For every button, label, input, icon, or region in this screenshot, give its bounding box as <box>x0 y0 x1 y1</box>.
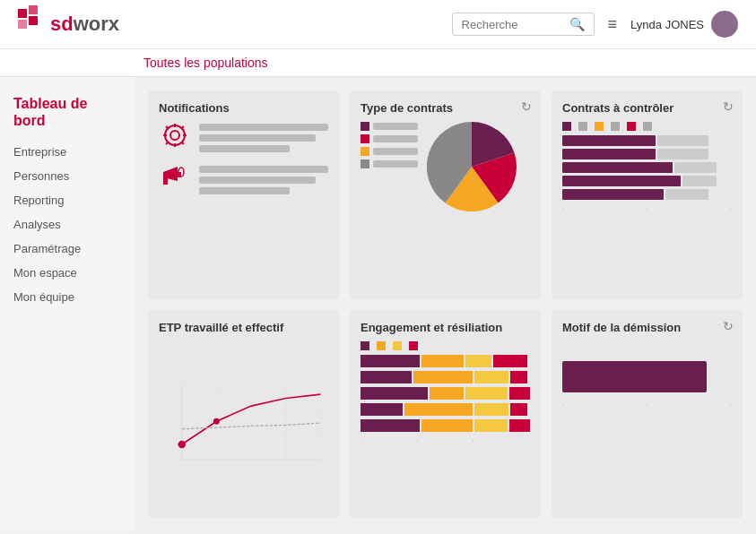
refresh-icon-demission[interactable]: ↻ <box>723 319 734 333</box>
legend-box <box>611 122 620 131</box>
axis-label: . <box>361 435 362 444</box>
svg-point-4 <box>170 131 179 140</box>
legend-label-1 <box>562 122 573 131</box>
legend-line <box>373 123 418 130</box>
legend-item <box>361 147 418 156</box>
card-contrats-controle: Contrats à contrôler ↻ <box>552 90 743 299</box>
eng-bar <box>510 403 527 416</box>
pie-legend <box>361 122 418 168</box>
eng-bar <box>430 387 464 400</box>
sidebar-item-parametrage[interactable]: Paramétrage <box>13 237 121 261</box>
axis-label: . <box>562 400 564 408</box>
population-label: Toutes les populations <box>143 56 268 70</box>
axis-label: . <box>416 435 418 444</box>
refresh-icon-contrats[interactable]: ↻ <box>521 99 532 114</box>
svg-point-28 <box>213 418 220 424</box>
notif-row-2 <box>159 165 328 195</box>
engagement-legend <box>361 341 530 350</box>
content-grid: Notifications <box>135 77 756 531</box>
engagement-chart <box>361 355 530 432</box>
card-type-contrats: Type de contrats ↻ <box>350 90 541 299</box>
menu-icon[interactable]: ≡ <box>608 15 618 34</box>
search-bar[interactable]: 🔍 <box>452 13 595 36</box>
eng-bar <box>474 371 508 383</box>
axis-label: . <box>473 435 474 444</box>
card-type-contrats-title: Type de contrats <box>361 101 530 115</box>
sidebar-item-mon-espace[interactable]: Mon espace <box>13 261 121 285</box>
legend-color-2 <box>361 134 369 143</box>
eng-bar <box>510 371 527 383</box>
card-contrats-controle-title: Contrats à contrôler <box>562 101 732 115</box>
eng-legend-3 <box>393 341 404 350</box>
bar-row-2 <box>562 149 732 159</box>
svg-rect-2 <box>29 5 38 14</box>
axis-label: . <box>730 400 732 408</box>
logo: sdworx <box>18 5 119 43</box>
legend-label-3 <box>595 122 605 131</box>
axis-label: . <box>562 203 564 211</box>
svg-text:.: . <box>181 463 183 469</box>
bar-segment <box>657 149 708 159</box>
notif-line <box>199 145 290 152</box>
svg-point-27 <box>178 440 186 448</box>
axis-label: . <box>604 400 606 408</box>
legend-box <box>578 122 587 131</box>
legend-box <box>643 122 652 131</box>
demission-axis: . . . . . <box>562 400 732 408</box>
sidebar-active-item[interactable]: Tableau de bord <box>13 95 121 129</box>
eng-bar <box>465 355 491 367</box>
sidebar-item-reporting[interactable]: Reporting <box>13 188 121 212</box>
pie-container <box>361 122 530 211</box>
eng-bar <box>361 403 403 416</box>
notif-line <box>199 134 316 142</box>
card-notifications: Notifications <box>148 90 339 299</box>
contrats-legend <box>562 122 732 131</box>
contrats-axis: . . . . . <box>562 203 732 211</box>
axis-label: . <box>730 203 732 211</box>
legend-box <box>409 341 418 350</box>
legend-box <box>627 122 636 131</box>
avatar <box>711 11 738 38</box>
svg-rect-1 <box>18 20 27 29</box>
eng-bar <box>361 371 412 383</box>
main-layout: Tableau de bord Entreprise Personnes Rep… <box>0 77 756 531</box>
sub-header: Toutes les populations <box>0 49 756 77</box>
eng-legend-4 <box>409 341 420 350</box>
sidebar-item-personnes[interactable]: Personnes <box>13 164 121 188</box>
eng-row-3 <box>361 387 530 400</box>
bar-row-1 <box>562 135 732 146</box>
bar-row-3 <box>562 162 732 173</box>
header: sdworx 🔍 ≡ Lynda JONES <box>0 0 756 49</box>
sidebar-item-analyses[interactable]: Analyses <box>13 212 121 237</box>
eng-bar <box>361 387 428 400</box>
legend-item <box>361 134 418 143</box>
notif-line <box>199 177 316 184</box>
eng-bar <box>361 419 420 432</box>
legend-line <box>373 160 418 168</box>
axis-label: . <box>688 400 690 408</box>
eng-bar <box>413 371 473 383</box>
sidebar-item-mon-equipe[interactable]: Mon équipe <box>13 285 121 309</box>
eng-legend-2 <box>377 341 387 350</box>
bar-segment <box>674 162 717 173</box>
legend-box <box>393 341 402 350</box>
card-engagement: Engagement et résiliation <box>350 310 541 519</box>
axis-label: . <box>688 203 690 211</box>
sidebar-item-entreprise[interactable]: Entreprise <box>13 140 121 164</box>
axis-label: . <box>646 400 647 408</box>
bar-segment <box>665 189 708 200</box>
search-input[interactable] <box>462 18 569 31</box>
logo-worx-text: worx <box>74 13 119 36</box>
refresh-icon-controle[interactable]: ↻ <box>723 99 734 114</box>
legend-label-2 <box>578 122 589 131</box>
notif-line <box>199 187 290 194</box>
eng-bar <box>509 387 530 400</box>
svg-rect-0 <box>18 9 27 18</box>
bar-segment <box>562 149 656 159</box>
engagement-axis: . . . . <box>361 435 530 444</box>
bar-segment <box>682 176 717 186</box>
notif-line <box>199 166 328 173</box>
card-etp: ETP travaillé et effectif <box>148 310 339 519</box>
svg-text:.: . <box>319 463 321 469</box>
logo-sd-text: sd <box>50 13 74 36</box>
